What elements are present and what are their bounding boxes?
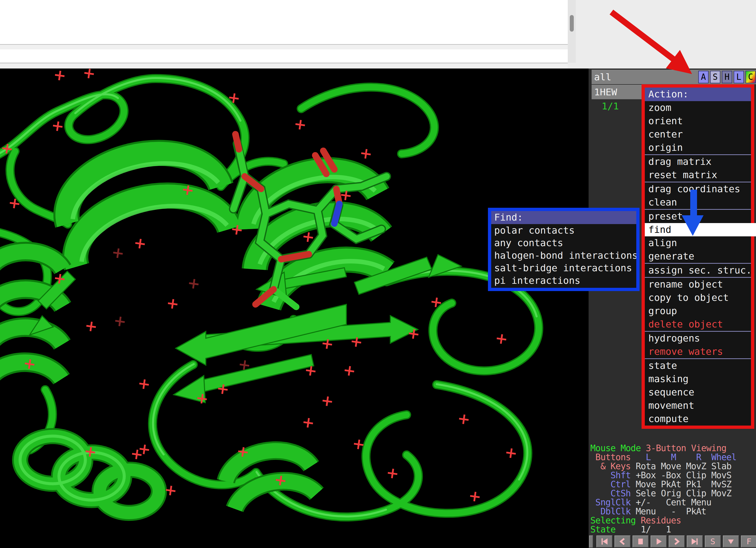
- water-cross: [295, 120, 306, 130]
- action-menu-item-drag-matrix[interactable]: drag matrix: [645, 155, 751, 168]
- find-submenu: Find: polar contactsany contactshalogen-…: [488, 208, 640, 291]
- mouse-mode-header[interactable]: Mouse Mode 3-Button Viewing: [590, 444, 756, 453]
- action-menu-item-drag-coordinates[interactable]: drag coordinates: [645, 183, 751, 196]
- action-menu-item-compute[interactable]: compute: [645, 412, 751, 425]
- water-cross: [139, 379, 150, 390]
- movie-control-bar: SF: [589, 535, 756, 548]
- action-menu-item-find[interactable]: find: [645, 223, 751, 237]
- water-cross: [387, 468, 398, 479]
- action-menu-item-delete-object[interactable]: delete object: [645, 318, 751, 331]
- mouse-shft-row-segment: Shft: [590, 470, 636, 480]
- action-menu-item-copy-to-object[interactable]: copy to object: [645, 291, 751, 304]
- mouse-keys-row-segment: Rota Move MovZ Slab: [636, 461, 731, 471]
- water-cross: [113, 248, 123, 259]
- find-menu-item-polar-contacts[interactable]: polar contacts: [491, 224, 636, 237]
- movie-step-forward-button[interactable]: [669, 535, 685, 547]
- movie-step-back-button[interactable]: [614, 535, 631, 547]
- action-menu-item-reset-matrix[interactable]: reset matrix: [645, 168, 751, 182]
- mouse-shft-row-segment: +Box -Box Clip MovS: [636, 470, 731, 480]
- movie-frame-down-button[interactable]: [723, 535, 739, 547]
- action-menu-item-preset[interactable]: preset: [645, 210, 751, 223]
- object-row-1hew-label: 1HEW: [592, 87, 617, 98]
- action-menu-item-sequence[interactable]: sequence: [645, 386, 751, 399]
- mouse-ctrl-row: Ctrl Move PkAt Pk1 MvSZ: [590, 480, 756, 489]
- action-menu-item-orient[interactable]: orient: [645, 114, 751, 128]
- action-menu-item-movement[interactable]: movement: [645, 399, 751, 412]
- selecting-mode-line: Selecting Residues: [590, 516, 756, 525]
- action-menu-item-center[interactable]: center: [645, 128, 751, 141]
- water-cross: [459, 414, 469, 425]
- water-cross: [361, 149, 371, 159]
- object-row-all-label: all: [592, 72, 611, 83]
- pymol-window: all ASHLC 1HEW 1/1 Mouse Mode 3-Button V…: [0, 0, 756, 548]
- all-C-menu-button[interactable]: C: [745, 71, 756, 83]
- all-S-menu-button[interactable]: S: [710, 71, 720, 83]
- state-line-segment: State: [590, 524, 620, 534]
- movie-stop-button[interactable]: [633, 535, 649, 547]
- mouse-buttons-header-segment: L M R Wheel: [636, 452, 736, 462]
- water-cross: [188, 278, 199, 289]
- selecting-mode-line-segment: Selecting: [590, 515, 641, 525]
- find-menu-item-any-contacts[interactable]: any contacts: [491, 237, 636, 249]
- action-menu-item-align[interactable]: align: [645, 237, 751, 250]
- mouse-buttons-header-segment: Buttons: [590, 452, 636, 462]
- movie-end-button[interactable]: [687, 535, 703, 547]
- mouse-keys-row-segment: & Keys: [590, 461, 636, 471]
- action-menu-item-origin[interactable]: origin: [645, 141, 751, 154]
- water-cross: [139, 444, 150, 455]
- mouse-mode-header-segment: Mouse Mode: [590, 443, 646, 453]
- all-L-menu-button[interactable]: L: [734, 71, 744, 83]
- action-menu-item-group[interactable]: group: [645, 304, 751, 318]
- movie-play-button[interactable]: [651, 535, 667, 547]
- action-menu-item-masking[interactable]: masking: [645, 372, 751, 386]
- action-menu-item-zoom[interactable]: zoom: [645, 101, 751, 114]
- mouse-dblclk-row-segment: DblClk: [590, 506, 636, 516]
- action-menu-items: zoomorientcenterorigindrag matrixreset m…: [645, 101, 751, 425]
- water-cross: [303, 417, 314, 428]
- water-cross: [496, 334, 507, 344]
- viewport-3d[interactable]: [0, 69, 589, 548]
- water-cross: [54, 70, 65, 81]
- action-menu-item-generate[interactable]: generate: [645, 250, 751, 263]
- all-A-menu-button[interactable]: A: [698, 71, 709, 83]
- mouse-mode-header-segment: 3-Button Viewing: [646, 443, 726, 453]
- mouse-ctsh-row: CtSh Sele Orig Clip MovZ: [590, 489, 756, 498]
- action-menu-item-state[interactable]: state: [645, 359, 751, 372]
- mouse-snglclk-row-segment: SnglClk: [590, 497, 636, 507]
- find-menu-item-pi-interactions[interactable]: pi interactions: [491, 274, 636, 287]
- action-menu-item-rename-object[interactable]: rename object: [645, 278, 751, 291]
- movie-s-button[interactable]: S: [705, 535, 721, 547]
- mouse-keys-row: & Keys Rota Move MovZ Slab: [590, 462, 756, 471]
- mouse-dblclk-row-segment: Menu - PkAt: [636, 506, 706, 516]
- top-window-area: [0, 0, 568, 44]
- state-line-segment: 1/ 1: [620, 524, 671, 534]
- water-cross: [344, 365, 355, 376]
- mouse-mode-panel[interactable]: Mouse Mode 3-Button Viewing Buttons L M …: [590, 444, 756, 535]
- movie-bar-edge-button[interactable]: [589, 535, 593, 547]
- scrollbar-thumb[interactable]: [570, 15, 574, 32]
- object-row-all[interactable]: all ASHLC: [592, 70, 756, 84]
- find-menu-item-halogen-bond-interactions[interactable]: halogen-bond interactions: [491, 249, 636, 262]
- molecule-render: [0, 69, 589, 548]
- movie-rewind-button[interactable]: [596, 535, 612, 547]
- selected-row-edge-sliver: [751, 223, 756, 237]
- mouse-snglclk-row: SnglClk +/- Cent Menu: [590, 498, 756, 507]
- water-cross: [470, 491, 480, 502]
- water-cross: [506, 448, 517, 459]
- all-H-menu-button[interactable]: H: [722, 71, 732, 83]
- mouse-ctsh-row-segment: Sele Orig Clip MovZ: [636, 488, 731, 498]
- object-row-1hew[interactable]: 1HEW 1/1: [592, 85, 643, 99]
- movie-f-button[interactable]: F: [741, 535, 756, 547]
- action-menu-item-clean[interactable]: clean: [645, 196, 751, 209]
- mouse-buttons-header: Buttons L M R Wheel: [590, 453, 756, 462]
- water-cross: [115, 316, 125, 327]
- action-menu-item-hydrogens[interactable]: hydrogens: [645, 332, 751, 345]
- action-menu-item-remove-waters[interactable]: remove waters: [645, 345, 751, 358]
- action-menu-item-assign-sec-struc[interactable]: assign sec. struc.: [645, 264, 751, 277]
- mouse-dblclk-row: DblClk Menu - PkAt: [590, 507, 756, 516]
- water-cross: [52, 121, 63, 132]
- find-menu-item-salt-bridge-interactions[interactable]: salt-bridge interactions: [491, 262, 636, 274]
- water-cross: [303, 232, 314, 243]
- water-cross: [86, 321, 97, 332]
- object-state-badge: 1/1: [602, 101, 619, 112]
